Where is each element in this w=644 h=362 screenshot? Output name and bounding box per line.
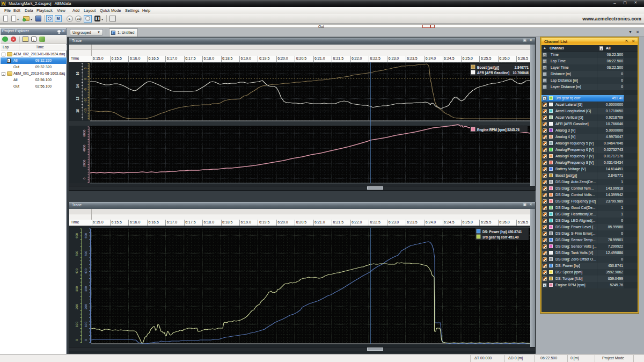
svg-text:100: 100 (84, 321, 87, 327)
svg-text:500: 500 (84, 250, 87, 256)
svg-text:AFR [AFR Gasoline]: AFR [AFR Gasoline] (477, 71, 509, 75)
svg-text:500: 500 (75, 250, 78, 256)
svg-text:16: 16 (76, 71, 79, 76)
svg-text:10: 10 (76, 109, 79, 113)
svg-text:200: 200 (84, 303, 87, 309)
svg-text:2000: 2000 (83, 160, 86, 167)
svg-text:4000: 4000 (83, 144, 86, 152)
svg-text:-15: -15 (84, 108, 87, 113)
svg-text:10.766046: 10.766046 (513, 71, 529, 75)
svg-text:3rd gear tq corr 451.40: 3rd gear tq corr 451.40 (482, 235, 519, 240)
svg-text:6000: 6000 (83, 129, 86, 137)
svg-text:200: 200 (75, 303, 78, 309)
svg-text:600: 600 (84, 233, 87, 238)
svg-text:100: 100 (75, 321, 78, 327)
svg-text:300: 300 (75, 286, 78, 292)
svg-text:Engine RPM [rpm] 5245.76: Engine RPM [rpm] 5245.76 (477, 128, 520, 132)
svg-text:DS: Power [hp] 450.8741: DS: Power [hp] 450.8741 (482, 230, 522, 234)
svg-text:-5: -5 (84, 88, 87, 91)
svg-text:14: 14 (76, 84, 79, 89)
svg-text:400: 400 (75, 268, 78, 274)
svg-text:-10: -10 (84, 98, 87, 103)
svg-text:Boost [psi(g)]: Boost [psi(g)] (477, 66, 499, 70)
svg-text:300: 300 (84, 286, 87, 292)
svg-text:2.846771: 2.846771 (515, 66, 529, 69)
svg-text:400: 400 (84, 268, 87, 274)
svg-text:12: 12 (76, 97, 79, 101)
svg-text:600: 600 (75, 233, 78, 238)
